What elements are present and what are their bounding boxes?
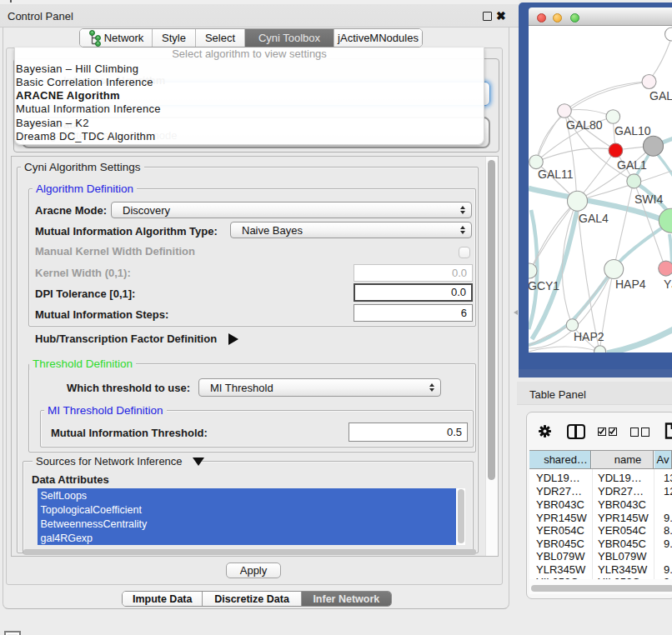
svg-text:GCY1: GCY1: [529, 279, 559, 292]
svg-text:YJ: YJ: [664, 278, 672, 291]
svg-text:GAL10: GAL10: [614, 124, 651, 138]
svg-text:GAL4: GAL4: [579, 212, 609, 225]
svg-text:GAL1: GAL1: [617, 158, 647, 172]
svg-text:GAL11: GAL11: [538, 168, 574, 181]
svg-text:GAL80: GAL80: [566, 118, 603, 132]
svg-text:HAP2: HAP2: [574, 330, 604, 343]
svg-text:GAL: GAL: [649, 89, 672, 102]
svg-text:HAP4: HAP4: [615, 278, 646, 291]
svg-text:SWI4: SWI4: [634, 192, 663, 206]
